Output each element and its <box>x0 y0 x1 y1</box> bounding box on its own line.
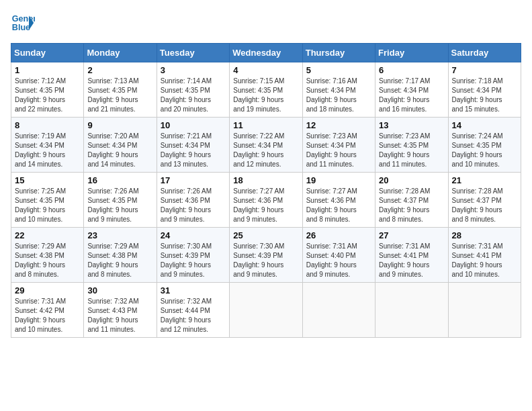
day-number: 11 <box>233 120 298 130</box>
day-cell: 2Sunrise: 7:13 AM Sunset: 4:35 PM Daylig… <box>84 62 157 118</box>
day-info: Sunrise: 7:25 AM Sunset: 4:35 PM Dayligh… <box>15 187 80 224</box>
day-info: Sunrise: 7:32 AM Sunset: 4:43 PM Dayligh… <box>87 297 152 334</box>
day-number: 25 <box>233 230 298 240</box>
day-number: 24 <box>161 230 226 240</box>
day-number: 3 <box>161 65 226 75</box>
col-header-friday: Friday <box>375 44 448 62</box>
week-row-3: 15Sunrise: 7:25 AM Sunset: 4:35 PM Dayli… <box>11 173 521 228</box>
day-info: Sunrise: 7:16 AM Sunset: 4:34 PM Dayligh… <box>306 77 371 114</box>
calendar-table: SundayMondayTuesdayWednesdayThursdayFrid… <box>11 43 521 338</box>
day-info: Sunrise: 7:31 AM Sunset: 4:40 PM Dayligh… <box>306 242 371 279</box>
day-info: Sunrise: 7:31 AM Sunset: 4:41 PM Dayligh… <box>379 242 444 279</box>
day-info: Sunrise: 7:13 AM Sunset: 4:35 PM Dayligh… <box>87 77 152 114</box>
day-info: Sunrise: 7:27 AM Sunset: 4:36 PM Dayligh… <box>306 187 371 224</box>
header-row: SundayMondayTuesdayWednesdayThursdayFrid… <box>11 44 521 62</box>
logo-icon: General Blue <box>11 11 35 35</box>
day-cell: 18Sunrise: 7:27 AM Sunset: 4:36 PM Dayli… <box>230 173 302 228</box>
col-header-monday: Monday <box>84 44 157 62</box>
day-number: 28 <box>452 230 517 240</box>
col-header-tuesday: Tuesday <box>157 44 229 62</box>
calendar-body: 1Sunrise: 7:12 AM Sunset: 4:35 PM Daylig… <box>11 62 521 338</box>
day-cell: 8Sunrise: 7:19 AM Sunset: 4:34 PM Daylig… <box>11 118 84 173</box>
day-info: Sunrise: 7:14 AM Sunset: 4:35 PM Dayligh… <box>161 77 226 114</box>
day-info: Sunrise: 7:26 AM Sunset: 4:36 PM Dayligh… <box>161 187 226 224</box>
day-cell: 9Sunrise: 7:20 AM Sunset: 4:34 PM Daylig… <box>84 118 157 173</box>
day-info: Sunrise: 7:15 AM Sunset: 4:35 PM Dayligh… <box>233 77 298 114</box>
day-cell: 5Sunrise: 7:16 AM Sunset: 4:34 PM Daylig… <box>302 62 375 118</box>
col-header-wednesday: Wednesday <box>230 44 302 62</box>
day-cell: 31Sunrise: 7:32 AM Sunset: 4:44 PM Dayli… <box>157 283 229 338</box>
day-cell: 3Sunrise: 7:14 AM Sunset: 4:35 PM Daylig… <box>157 62 229 118</box>
header: General Blue <box>11 11 521 35</box>
day-cell: 20Sunrise: 7:28 AM Sunset: 4:37 PM Dayli… <box>375 173 448 228</box>
day-number: 26 <box>306 230 371 240</box>
day-info: Sunrise: 7:20 AM Sunset: 4:34 PM Dayligh… <box>87 132 152 169</box>
day-number: 10 <box>161 120 226 130</box>
day-number: 6 <box>379 65 444 75</box>
day-number: 16 <box>87 175 152 185</box>
day-cell: 6Sunrise: 7:17 AM Sunset: 4:34 PM Daylig… <box>375 62 448 118</box>
day-info: Sunrise: 7:28 AM Sunset: 4:37 PM Dayligh… <box>379 187 444 224</box>
day-cell: 12Sunrise: 7:23 AM Sunset: 4:34 PM Dayli… <box>302 118 375 173</box>
day-number: 18 <box>233 175 298 185</box>
day-info: Sunrise: 7:28 AM Sunset: 4:37 PM Dayligh… <box>452 187 517 224</box>
day-cell: 25Sunrise: 7:30 AM Sunset: 4:39 PM Dayli… <box>230 228 302 283</box>
day-cell <box>448 283 521 338</box>
day-info: Sunrise: 7:32 AM Sunset: 4:44 PM Dayligh… <box>161 297 226 334</box>
day-info: Sunrise: 7:22 AM Sunset: 4:34 PM Dayligh… <box>233 132 298 169</box>
day-number: 9 <box>87 120 152 130</box>
day-number: 4 <box>233 65 298 75</box>
day-cell <box>230 283 302 338</box>
day-info: Sunrise: 7:30 AM Sunset: 4:39 PM Dayligh… <box>233 242 298 279</box>
day-number: 20 <box>379 175 444 185</box>
col-header-thursday: Thursday <box>302 44 375 62</box>
day-info: Sunrise: 7:31 AM Sunset: 4:41 PM Dayligh… <box>452 242 517 279</box>
col-header-sunday: Sunday <box>11 44 84 62</box>
day-info: Sunrise: 7:30 AM Sunset: 4:39 PM Dayligh… <box>161 242 226 279</box>
day-info: Sunrise: 7:12 AM Sunset: 4:35 PM Dayligh… <box>15 77 80 114</box>
day-cell: 28Sunrise: 7:31 AM Sunset: 4:41 PM Dayli… <box>448 228 521 283</box>
day-cell: 24Sunrise: 7:30 AM Sunset: 4:39 PM Dayli… <box>157 228 229 283</box>
day-cell: 14Sunrise: 7:24 AM Sunset: 4:35 PM Dayli… <box>448 118 521 173</box>
day-number: 15 <box>15 175 80 185</box>
day-info: Sunrise: 7:24 AM Sunset: 4:35 PM Dayligh… <box>452 132 517 169</box>
day-info: Sunrise: 7:17 AM Sunset: 4:34 PM Dayligh… <box>379 77 444 114</box>
day-info: Sunrise: 7:29 AM Sunset: 4:38 PM Dayligh… <box>15 242 80 279</box>
day-cell <box>375 283 448 338</box>
day-cell: 17Sunrise: 7:26 AM Sunset: 4:36 PM Dayli… <box>157 173 229 228</box>
day-number: 13 <box>379 120 444 130</box>
week-row-1: 1Sunrise: 7:12 AM Sunset: 4:35 PM Daylig… <box>11 62 521 118</box>
week-row-2: 8Sunrise: 7:19 AM Sunset: 4:34 PM Daylig… <box>11 118 521 173</box>
day-number: 30 <box>87 285 152 295</box>
day-info: Sunrise: 7:23 AM Sunset: 4:35 PM Dayligh… <box>379 132 444 169</box>
day-cell: 13Sunrise: 7:23 AM Sunset: 4:35 PM Dayli… <box>375 118 448 173</box>
day-number: 17 <box>161 175 226 185</box>
col-header-saturday: Saturday <box>448 44 521 62</box>
day-info: Sunrise: 7:18 AM Sunset: 4:34 PM Dayligh… <box>452 77 517 114</box>
day-number: 5 <box>306 65 371 75</box>
day-cell: 23Sunrise: 7:29 AM Sunset: 4:38 PM Dayli… <box>84 228 157 283</box>
day-number: 29 <box>15 285 80 295</box>
day-info: Sunrise: 7:26 AM Sunset: 4:35 PM Dayligh… <box>87 187 152 224</box>
day-cell: 22Sunrise: 7:29 AM Sunset: 4:38 PM Dayli… <box>11 228 84 283</box>
day-number: 14 <box>452 120 517 130</box>
day-cell: 10Sunrise: 7:21 AM Sunset: 4:34 PM Dayli… <box>157 118 229 173</box>
day-cell: 11Sunrise: 7:22 AM Sunset: 4:34 PM Dayli… <box>230 118 302 173</box>
day-number: 19 <box>306 175 371 185</box>
day-cell: 15Sunrise: 7:25 AM Sunset: 4:35 PM Dayli… <box>11 173 84 228</box>
day-number: 2 <box>87 65 152 75</box>
day-info: Sunrise: 7:29 AM Sunset: 4:38 PM Dayligh… <box>87 242 152 279</box>
week-row-4: 22Sunrise: 7:29 AM Sunset: 4:38 PM Dayli… <box>11 228 521 283</box>
day-cell: 4Sunrise: 7:15 AM Sunset: 4:35 PM Daylig… <box>230 62 302 118</box>
svg-text:Blue: Blue <box>12 23 30 32</box>
day-cell <box>302 283 375 338</box>
day-number: 1 <box>15 65 80 75</box>
day-number: 7 <box>452 65 517 75</box>
day-cell: 26Sunrise: 7:31 AM Sunset: 4:40 PM Dayli… <box>302 228 375 283</box>
day-cell: 1Sunrise: 7:12 AM Sunset: 4:35 PM Daylig… <box>11 62 84 118</box>
day-cell: 21Sunrise: 7:28 AM Sunset: 4:37 PM Dayli… <box>448 173 521 228</box>
day-number: 23 <box>87 230 152 240</box>
day-cell: 29Sunrise: 7:31 AM Sunset: 4:42 PM Dayli… <box>11 283 84 338</box>
day-cell: 7Sunrise: 7:18 AM Sunset: 4:34 PM Daylig… <box>448 62 521 118</box>
day-info: Sunrise: 7:19 AM Sunset: 4:34 PM Dayligh… <box>15 132 80 169</box>
